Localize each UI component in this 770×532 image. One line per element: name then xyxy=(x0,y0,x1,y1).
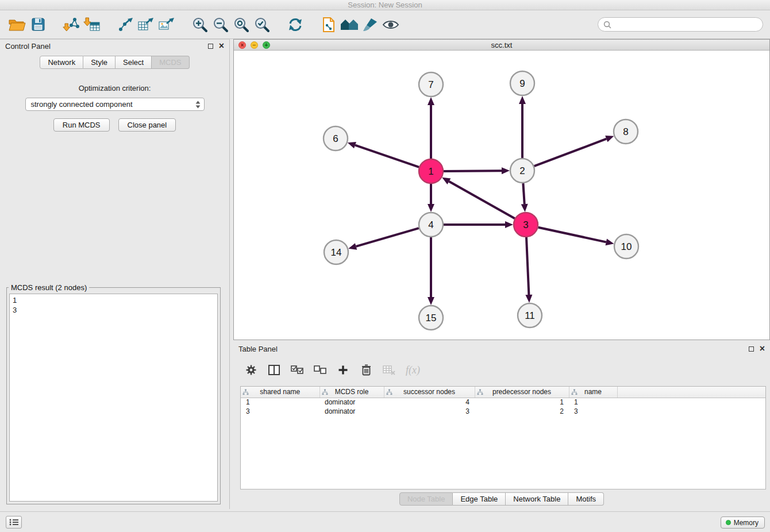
export-image-button[interactable] xyxy=(156,14,177,36)
graph-node-2[interactable]: 2 xyxy=(510,159,534,183)
control-tab-network[interactable]: Network xyxy=(40,56,83,69)
table-cell[interactable]: 2 xyxy=(475,407,569,416)
optimization-criterion-select[interactable]: strongly connected component xyxy=(25,98,205,111)
function-builder-button[interactable]: f(x) xyxy=(406,364,420,376)
window-maximize-button[interactable]: + xyxy=(263,41,270,49)
memory-button[interactable]: Memory xyxy=(721,516,765,529)
column-header-predecessor-nodes[interactable]: predecessor nodes xyxy=(475,387,569,398)
table-tab-edge-table[interactable]: Edge Table xyxy=(453,492,506,506)
add-column-button[interactable] xyxy=(337,365,349,375)
svg-text:1: 1 xyxy=(428,166,433,177)
deselect-all-columns-button[interactable] xyxy=(314,365,326,375)
table-settings-button[interactable] xyxy=(245,364,257,376)
zoom-fit-button[interactable] xyxy=(231,14,252,36)
zoom-in-button[interactable] xyxy=(190,14,210,36)
export-table-icon xyxy=(138,17,154,32)
table-cell[interactable]: 3 xyxy=(569,407,617,416)
table-row[interactable]: 3dominator323 xyxy=(241,407,765,416)
graph-node-3[interactable]: 3 xyxy=(514,213,538,237)
table-cell[interactable]: dominator xyxy=(319,398,384,407)
import-table-icon xyxy=(83,17,101,33)
delete-table-button[interactable] xyxy=(383,365,395,375)
window-close-button[interactable]: × xyxy=(238,41,246,49)
gear-icon xyxy=(245,364,257,376)
graph-edge-3-11[interactable] xyxy=(526,237,529,295)
task-history-button[interactable] xyxy=(6,516,22,529)
table-cell[interactable]: 3 xyxy=(384,407,475,416)
graph-edge-3-10[interactable] xyxy=(538,228,606,242)
toolbar-search[interactable] xyxy=(598,17,763,32)
graph-node-10[interactable]: 10 xyxy=(614,234,638,259)
checked-boxes-icon xyxy=(291,365,303,375)
control-tab-mcds[interactable]: MCDS xyxy=(152,56,189,69)
table-cell[interactable]: dominator xyxy=(319,407,384,416)
zoom-selected-button[interactable] xyxy=(252,14,272,36)
control-tab-style[interactable]: Style xyxy=(83,56,116,69)
export-network-button[interactable] xyxy=(115,14,136,36)
column-header-shared-name[interactable]: shared name xyxy=(241,387,319,398)
graph-edge-1-6[interactable] xyxy=(355,145,419,167)
refresh-view-button[interactable] xyxy=(285,14,306,36)
table-tab-network-table[interactable]: Network Table xyxy=(506,492,568,506)
graph-node-11[interactable]: 11 xyxy=(518,303,542,327)
delete-column-button[interactable] xyxy=(360,364,372,376)
table-tab-node-table[interactable]: Node Table xyxy=(399,492,453,506)
graph-edge-1-2[interactable] xyxy=(444,171,502,171)
graph-node-7[interactable]: 7 xyxy=(419,72,443,97)
clone-network-icon xyxy=(321,17,336,33)
graph-edge-4-14[interactable] xyxy=(356,228,419,246)
table-cell[interactable]: 4 xyxy=(384,398,475,407)
graph-node-15[interactable]: 15 xyxy=(419,306,443,330)
import-table-button[interactable] xyxy=(82,14,102,36)
list-icon xyxy=(9,519,18,526)
zoom-out-button[interactable] xyxy=(210,14,231,36)
table-cell[interactable]: 1 xyxy=(475,398,569,407)
network-canvas[interactable]: 7968124314101511 xyxy=(234,51,769,340)
select-all-columns-button[interactable] xyxy=(291,365,303,375)
trash-icon xyxy=(361,364,371,376)
table-cell-filler xyxy=(617,398,765,407)
graph-edge-2-3[interactable] xyxy=(523,183,524,204)
export-table-button[interactable] xyxy=(136,14,156,36)
search-icon xyxy=(603,21,611,29)
graph-edge-3-1[interactable] xyxy=(449,182,514,219)
svg-text:10: 10 xyxy=(621,241,632,252)
home-panel-button[interactable] xyxy=(339,14,360,36)
run-mcds-button[interactable]: Run MCDS xyxy=(53,118,110,132)
style-brush-button[interactable] xyxy=(360,14,380,36)
window-minimize-button[interactable]: − xyxy=(251,41,258,49)
table-cell[interactable]: 1 xyxy=(569,398,617,407)
column-header-MCDS-role[interactable]: MCDS role xyxy=(319,387,384,398)
close-panel-icon[interactable]: × xyxy=(219,43,224,49)
control-tab-select[interactable]: Select xyxy=(116,56,152,69)
show-details-button[interactable] xyxy=(380,14,401,36)
import-network-button[interactable] xyxy=(61,14,82,36)
open-session-button[interactable] xyxy=(7,14,28,36)
column-header-successor-nodes[interactable]: successor nodes xyxy=(384,387,475,398)
graph-node-9[interactable]: 9 xyxy=(510,71,534,95)
column-header-name[interactable]: name xyxy=(569,387,617,398)
svg-text:6: 6 xyxy=(333,133,338,144)
graph-node-1[interactable]: 1 xyxy=(419,159,443,183)
close-panel-button[interactable]: Close panel xyxy=(118,118,176,132)
column-type-icon xyxy=(477,389,483,397)
clone-network-button[interactable] xyxy=(318,14,339,36)
float-panel-icon[interactable] xyxy=(208,44,213,49)
table-tab-motifs[interactable]: Motifs xyxy=(568,492,604,506)
graph-node-14[interactable]: 14 xyxy=(324,240,348,264)
table-toolbar: f(x) xyxy=(233,355,770,385)
search-input[interactable] xyxy=(614,21,757,29)
float-table-panel-icon[interactable] xyxy=(749,346,754,352)
graph-node-4[interactable]: 4 xyxy=(419,213,443,237)
table-cell[interactable]: 1 xyxy=(241,398,319,407)
svg-text:15: 15 xyxy=(426,313,437,323)
close-table-panel-icon[interactable]: × xyxy=(760,346,765,352)
graph-edge-2-8[interactable] xyxy=(534,139,607,167)
svg-text:3: 3 xyxy=(523,219,528,230)
graph-node-6[interactable]: 6 xyxy=(324,126,348,151)
graph-node-8[interactable]: 8 xyxy=(614,119,638,144)
table-row[interactable]: 1dominator411 xyxy=(241,398,765,407)
table-cell[interactable]: 3 xyxy=(241,407,319,416)
split-columns-button[interactable] xyxy=(268,365,280,375)
save-session-button[interactable] xyxy=(28,14,48,36)
